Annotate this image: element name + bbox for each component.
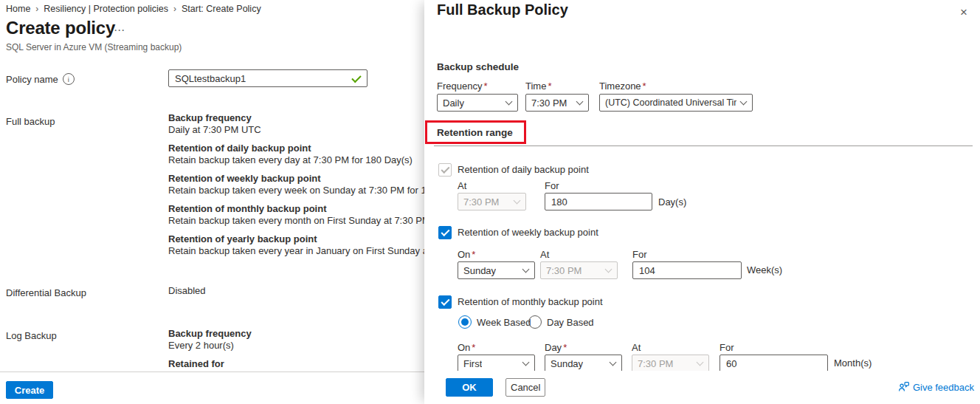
chevron-down-icon (522, 359, 530, 366)
day-based-label: Day Based (547, 317, 594, 328)
breadcrumb-separator-icon: › (35, 4, 38, 14)
give-feedback-icon (898, 381, 910, 393)
more-menu-icon[interactable]: ⋯ (114, 24, 125, 37)
differential-backup-value: Disabled (168, 285, 206, 296)
monthly-for-input[interactable] (720, 355, 828, 372)
log-backup-row-label: Log Backup (6, 330, 57, 341)
page-footer: Create (0, 372, 424, 404)
weekly-on-label: On* (458, 249, 475, 260)
panel-title: Full Backup Policy (437, 1, 568, 18)
weekly-retention-label: Retention of weekly backup point (458, 227, 598, 238)
annotation-highlight-box (425, 120, 526, 144)
checkmark-icon (441, 227, 449, 236)
monthly-for-label: For (720, 342, 734, 353)
full-backup-policy-panel: Full Backup Policy × Backup schedule Fre… (424, 0, 980, 404)
create-policy-page: Home › Resiliency | Protection policies … (0, 0, 424, 404)
checkmark-icon (441, 164, 449, 173)
daily-at-select: 7:30 PM (458, 193, 526, 210)
panel-footer: OK Cancel Give feedback (424, 371, 980, 404)
summary-entry: Retention of weekly backup point Retain … (168, 173, 424, 196)
differential-backup-row-label: Differential Backup (6, 287, 86, 298)
weekly-at-select: 7:30 PM (540, 261, 618, 279)
breadcrumb: Home › Resiliency | Protection policies … (6, 4, 261, 14)
cancel-button[interactable]: Cancel (505, 378, 545, 397)
policy-name-input[interactable] (168, 69, 368, 87)
info-icon[interactable]: i (63, 73, 75, 85)
summary-entry: Retained for (168, 358, 419, 370)
full-backup-row-label: Full backup (6, 116, 55, 127)
frequency-select[interactable]: Daily (437, 94, 518, 112)
frequency-label: Frequency* (437, 81, 487, 92)
breadcrumb-home[interactable]: Home (6, 4, 30, 14)
time-select[interactable]: 7:30 PM (525, 94, 589, 112)
chevron-down-icon (740, 98, 748, 106)
chevron-down-icon (514, 197, 521, 205)
page-title: Create policy (6, 18, 115, 38)
chevron-down-icon (576, 98, 584, 106)
summary-entry: Retention of yearly backup point Retain … (168, 233, 424, 257)
weekly-for-input[interactable] (632, 261, 742, 279)
required-asterisk: * (472, 249, 475, 260)
monthly-unit-label: Month(s) (834, 357, 872, 369)
weekly-unit-label: Week(s) (747, 264, 782, 275)
summary-entry: Backup frequency Every 2 hour(s) (168, 328, 419, 352)
monthly-day-label: Day* (545, 342, 567, 353)
monthly-on-select[interactable]: First (458, 355, 535, 372)
weekly-retention-checkbox[interactable] (438, 226, 452, 239)
create-button[interactable]: Create (6, 381, 53, 399)
summary-entry: Backup frequency Daily at 7:30 PM UTC (168, 112, 424, 136)
summary-entry: Retention of monthly backup point Retain… (168, 203, 424, 227)
summary-entry: Retention of daily backup point Retain b… (168, 143, 424, 166)
azure-portal-page: Home › Resiliency | Protection policies … (0, 0, 980, 404)
day-based-radio[interactable] (528, 315, 542, 329)
chevron-down-icon (697, 359, 704, 366)
log-backup-summary: Backup frequency Every 2 hour(s) Retaine… (168, 328, 419, 377)
checkmark-icon (441, 296, 449, 305)
monthly-retention-label: Retention of monthly backup point (458, 296, 603, 307)
weekly-for-label: For (632, 249, 647, 260)
weekly-on-select[interactable]: Sunday (458, 261, 535, 279)
ok-button[interactable]: OK (446, 378, 493, 397)
time-label: Time* (525, 81, 551, 92)
daily-retention-label: Retention of daily backup point (458, 164, 589, 175)
required-asterisk: * (472, 342, 475, 353)
chevron-down-icon (505, 98, 513, 106)
timezone-label: Timezone* (599, 81, 646, 92)
timezone-select[interactable]: (UTC) Coordinated Universal Time (599, 94, 753, 112)
give-feedback-link[interactable]: Give feedback (898, 381, 974, 393)
page-subtitle: SQL Server in Azure VM (Streaming backup… (6, 42, 182, 52)
monthly-day-select[interactable]: Sunday (545, 355, 622, 372)
breadcrumb-separator-icon: › (173, 4, 176, 14)
radio-dot-icon (461, 318, 469, 326)
chevron-down-icon (610, 359, 617, 366)
policy-name-field-wrap (168, 69, 368, 87)
daily-retention-checkbox (438, 163, 452, 177)
chevron-down-icon (605, 266, 612, 273)
required-asterisk: * (548, 81, 551, 92)
daily-at-label: At (458, 180, 466, 191)
daily-for-label: For (545, 180, 559, 191)
daily-unit-label: Day(s) (658, 196, 686, 208)
required-asterisk: * (643, 81, 646, 92)
monthly-on-label: On* (458, 342, 475, 353)
close-icon[interactable]: × (955, 4, 973, 21)
chevron-down-icon (522, 266, 530, 273)
monthly-at-label: At (632, 342, 641, 353)
required-asterisk: * (563, 342, 567, 353)
breadcrumb-current: Start: Create Policy (182, 4, 261, 14)
breadcrumb-protection-policies[interactable]: Resiliency | Protection policies (44, 4, 168, 14)
full-backup-summary: Backup frequency Daily at 7:30 PM UTC Re… (168, 112, 424, 264)
monthly-at-select: 7:30 PM (632, 355, 709, 372)
monthly-retention-checkbox[interactable] (438, 295, 452, 309)
policy-name-label: Policy name i (6, 73, 75, 85)
weekly-at-label: At (540, 249, 549, 260)
required-asterisk: * (483, 81, 487, 92)
week-based-radio[interactable] (458, 315, 472, 329)
backup-schedule-heading: Backup schedule (437, 61, 519, 72)
section-divider (434, 145, 973, 146)
daily-for-input[interactable] (545, 193, 652, 210)
week-based-label: Week Based (477, 317, 531, 328)
